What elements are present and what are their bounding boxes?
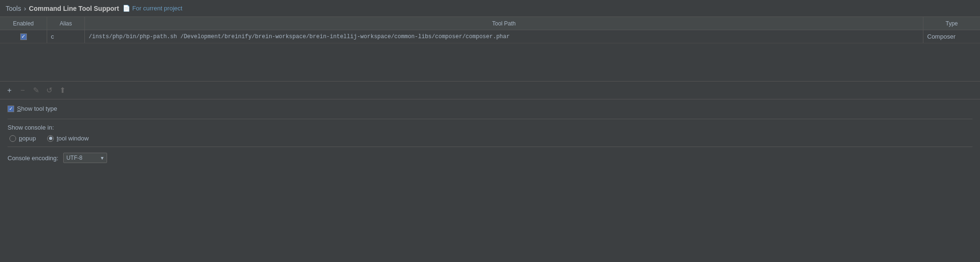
radio-group: popup tool window xyxy=(8,135,972,142)
divider-1 xyxy=(8,119,972,119)
encoding-select-wrapper: UTF-8 UTF-16 ASCII ISO-8859-1 ▼ xyxy=(63,153,107,163)
radio-tool-window-option[interactable]: tool window xyxy=(47,135,89,142)
toolbar: + − ✎ ↺ ⬆ xyxy=(0,82,980,99)
project-icon: 📄 xyxy=(123,5,130,12)
table-header: Enabled Alias Tool Path Type xyxy=(0,17,980,30)
show-tool-type-text: Show tool type xyxy=(17,105,57,112)
radio-tool-window-button[interactable] xyxy=(47,135,54,142)
row-toolpath-cell: /insts/php/bin/php-path.sh /Development/… xyxy=(85,30,923,43)
show-tool-type-label[interactable]: ✓ Show tool type xyxy=(8,105,57,112)
add-button[interactable]: + xyxy=(4,85,15,96)
console-encoding-row: Console encoding: UTF-8 UTF-16 ASCII ISO… xyxy=(8,153,972,163)
remove-button[interactable]: − xyxy=(17,85,28,96)
col-header-type: Type xyxy=(923,17,980,30)
table-row[interactable]: ✓ c /insts/php/bin/php-path.sh /Developm… xyxy=(0,30,980,43)
toolwindow-rest: ool window xyxy=(58,135,89,142)
table-empty-area xyxy=(0,43,980,81)
export-button[interactable]: ⬆ xyxy=(57,85,68,96)
breadcrumb-tools: Tools xyxy=(6,5,21,12)
refresh-button[interactable]: ↺ xyxy=(43,85,55,96)
row-type-cell: Composer xyxy=(923,30,980,43)
popup-rest: opup xyxy=(22,135,36,142)
breadcrumb-separator: › xyxy=(24,5,26,12)
divider-2 xyxy=(8,147,972,147)
show-console-section: Show console in: popup tool window xyxy=(8,124,972,142)
settings-section: ✓ Show tool type Show console in: popup xyxy=(0,99,980,169)
encoding-select[interactable]: UTF-8 UTF-16 ASCII ISO-8859-1 xyxy=(63,153,107,163)
show-console-label: Show console in: xyxy=(8,124,972,131)
edit-button[interactable]: ✎ xyxy=(30,85,42,96)
radio-popup-option[interactable]: popup xyxy=(9,135,36,142)
col-header-enabled: Enabled xyxy=(0,17,47,30)
show-tool-type-checkbox[interactable]: ✓ xyxy=(8,106,14,112)
tools-table: Enabled Alias Tool Path Type ✓ c /insts/… xyxy=(0,17,980,82)
project-scope: 📄 For current project xyxy=(123,5,182,12)
col-header-toolpath: Tool Path xyxy=(85,17,923,30)
breadcrumb: Tools › Command Line Tool Support 📄 For … xyxy=(0,0,980,17)
radio-tool-window-label: tool window xyxy=(57,135,89,142)
show-underline: S xyxy=(17,105,21,112)
radio-popup-button[interactable] xyxy=(9,135,16,142)
row-alias-cell: c xyxy=(47,30,85,43)
console-encoding-label: Console encoding: xyxy=(8,155,58,162)
radio-popup-label: popup xyxy=(19,135,36,142)
show-tool-type-row: ✓ Show tool type xyxy=(8,105,972,112)
enabled-checkbox[interactable]: ✓ xyxy=(20,33,27,40)
col-header-alias: Alias xyxy=(47,17,85,30)
breadcrumb-title: Command Line Tool Support xyxy=(29,5,119,12)
project-label: For current project xyxy=(132,5,182,12)
row-enabled-cell: ✓ xyxy=(0,30,47,43)
show-tool-type-rest: how tool type xyxy=(21,105,58,112)
